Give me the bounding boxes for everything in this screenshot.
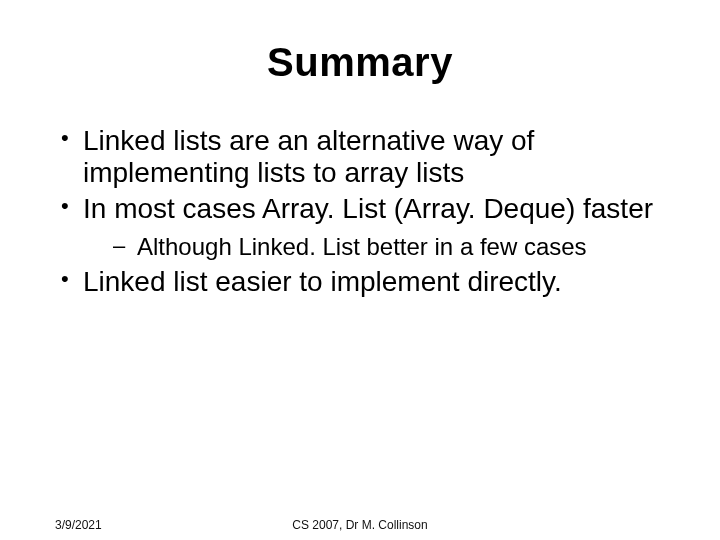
bullet-list: Linked lists are an alternative way of i… bbox=[55, 125, 665, 298]
bullet-text: Linked list easier to implement directly… bbox=[83, 266, 562, 297]
bullet-text: In most cases Array. List (Array. Deque)… bbox=[83, 193, 653, 224]
bullet-item: Linked lists are an alternative way of i… bbox=[55, 125, 665, 189]
sub-bullet-text: Although Linked. List better in a few ca… bbox=[137, 233, 587, 260]
bullet-item: Linked list easier to implement directly… bbox=[55, 266, 665, 298]
bullet-text: Linked lists are an alternative way of i… bbox=[83, 125, 534, 188]
bullet-item: In most cases Array. List (Array. Deque)… bbox=[55, 193, 665, 261]
sub-bullet-list: Although Linked. List better in a few ca… bbox=[83, 232, 665, 262]
footer-center: CS 2007, Dr M. Collinson bbox=[0, 518, 720, 532]
slide: Summary Linked lists are an alternative … bbox=[0, 0, 720, 540]
slide-title: Summary bbox=[55, 40, 665, 85]
sub-bullet-item: Although Linked. List better in a few ca… bbox=[83, 232, 665, 262]
